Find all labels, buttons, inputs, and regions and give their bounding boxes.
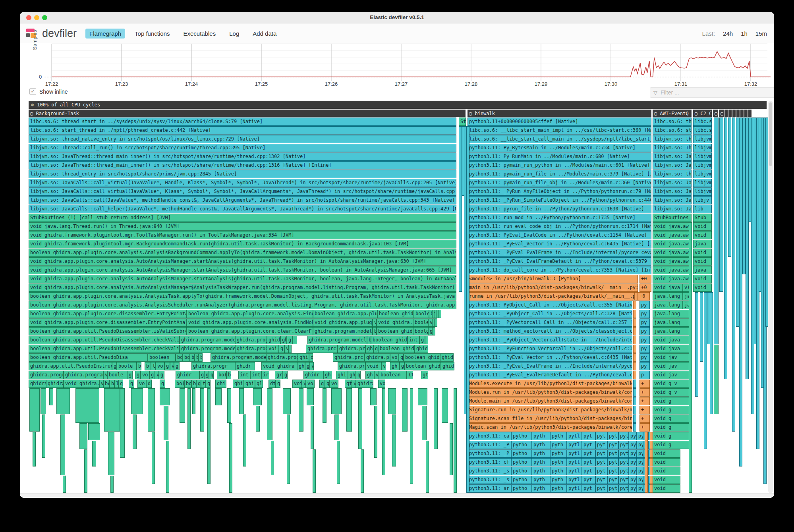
flame-frame[interactable]: ghidra.program.mode [180,336,235,344]
flame-group-header[interactable]: ▢ [719,110,724,117]
flame-frame[interactable]: Modules.execute in /usr/lib/python3/dist… [468,380,632,388]
flame-frame[interactable]: ghid [441,362,454,370]
flame-frame[interactable]: gf [287,336,292,344]
flame-frame[interactable]: v [99,380,103,388]
flame-frame[interactable]: python3.11: _PyFunction_Vectorcall in ..… [468,345,632,353]
flame-frame[interactable]: pytho [511,449,532,458]
flame-frame[interactable]: void java [653,336,692,344]
flame-frame[interactable] [239,388,244,414]
flame-frame[interactable] [418,388,427,405]
flame-frame[interactable]: d [309,353,313,362]
flame-frame[interactable]: ghidra. [46,380,64,388]
flame-frame[interactable] [450,423,453,475]
flame-frame[interactable]: v [374,371,379,379]
flame-frame[interactable]: pyth [532,449,550,458]
flame-frame[interactable]: v [352,380,356,388]
flame-frame[interactable]: ghidra.prog [235,345,267,353]
flame-group-header[interactable]: [ [740,110,744,117]
flame-frame[interactable]: dt [269,380,276,388]
flame-frame[interactable]: java [693,266,712,274]
flame-frame[interactable]: python3.11: _PyRun_AnyFileObject in ../P… [468,187,651,196]
flame-frame[interactable]: ir [261,371,269,379]
flame-frame[interactable]: pyt [582,476,595,484]
flame-frame[interactable]: void java.awt [653,266,692,274]
flame-frame[interactable]: gh [280,336,287,344]
flame-frame[interactable]: vo [306,380,315,388]
flame-frame[interactable] [633,414,636,423]
flame-frame[interactable]: gh [297,362,305,370]
flame-frame[interactable] [742,118,746,274]
flame-frame[interactable]: StubRoutines [653,214,692,222]
scrollbar-thumb[interactable] [769,102,772,166]
flame-frame[interactable]: int [408,336,419,344]
flame-frame[interactable] [110,476,114,493]
flame-frame[interactable]: boolean ghidr [404,362,441,370]
flame-frame[interactable]: python3.11: _P [468,449,511,458]
flame-frame[interactable] [633,397,636,405]
flame-frame[interactable]: python3.11: _s [468,476,511,484]
flame-frame[interactable] [307,388,314,405]
flame-frame[interactable] [346,388,352,432]
flame-frame[interactable]: py [639,336,650,344]
flame-frame[interactable] [63,476,66,493]
flame-frame[interactable] [215,388,222,405]
flame-frame[interactable] [79,423,87,449]
flame-frame[interactable]: python3.11: pymain_run_file in ../Module… [468,170,651,178]
flame-group-header[interactable]: ▢ C2 C [693,110,712,117]
flame-frame[interactable] [633,380,636,388]
flame-frame[interactable]: pyth [550,449,567,458]
flame-frame[interactable]: py [639,310,650,318]
flame-frame[interactable]: b [367,336,371,344]
flame-frame[interactable]: vo [330,380,338,388]
flame-frame[interactable] [323,388,326,423]
flame-frame[interactable]: python3.11: _PyEval_EvalFrameDefault in … [468,371,632,379]
flame-frame[interactable]: libjvm.so: Th [653,144,692,152]
flame-frame[interactable]: boole [107,371,127,379]
flame-frame[interactable]: voi [267,345,279,353]
flame-frame[interactable]: void g [653,432,692,440]
flame-frame[interactable]: void [653,476,680,484]
flame-frame[interactable] [714,345,719,414]
flame-frame[interactable]: ghi [233,380,244,388]
flame-frame[interactable] [438,310,441,318]
flame-frame[interactable]: libjvm.so: Ja [653,196,692,204]
flame-frame[interactable] [152,432,155,484]
flame-frame[interactable]: python3.11: method_vectorcall in ../Obje… [468,327,632,335]
flame-frame[interactable]: python3.11: pyrun_file in ../Python/pyth… [468,205,651,213]
flame-frame[interactable] [736,118,739,327]
flame-frame[interactable]: py [629,441,637,449]
flame-frame[interactable]: q [206,380,211,388]
flame-frame[interactable]: pyt [607,467,618,475]
flame-frame[interactable]: ghidra.pr [338,345,365,353]
flame-frame[interactable]: py [639,327,650,335]
flame-frame[interactable]: void [693,283,712,292]
flame-frame[interactable]: python3.11: do_call_core in ../Python/ce… [468,266,651,274]
flame-frame[interactable] [633,406,636,414]
flame-frame[interactable]: libjvm.so: JavaCalls::call_virtual(JavaV… [29,179,456,187]
flame-frame[interactable]: v [428,318,432,327]
flame-frame[interactable]: libc.so.6: th [653,118,692,126]
flame-frame[interactable]: pyt [607,484,618,493]
flame-frame[interactable]: bc [103,380,110,388]
flame-frame[interactable]: runme in /usr/lib/python3/dist-packages/… [468,292,635,301]
flame-frame[interactable]: b [199,353,203,362]
flame-frame[interactable]: pyth [532,441,550,449]
flame-frame[interactable]: python3.11: _s [468,467,511,475]
flame-frame[interactable]: boolean ghidr [378,345,415,353]
flame-frame[interactable]: Stub [693,214,712,222]
flame-frame[interactable]: void java.awt [653,231,692,239]
flame-frame[interactable]: py [639,362,650,370]
flame-frame[interactable]: pyth [532,484,550,493]
flame-frame[interactable]: Signature.run in /usr/lib/python3/dist-p… [468,406,632,414]
flame-frame[interactable]: pyth [550,441,567,449]
flame-frame[interactable] [337,441,340,484]
flame-frame[interactable]: boolean ghidr [371,336,408,344]
flame-frame[interactable]: pytl [567,484,582,493]
horizontal-scroll-area[interactable] [20,493,774,498]
flame-frame[interactable]: void java.awt [653,222,692,231]
flame-frame[interactable] [402,388,408,432]
flame-frame[interactable]: void java.awt [653,257,692,266]
flame-frame[interactable]: pyt [618,441,629,449]
flame-frame[interactable] [645,432,648,493]
flame-frame[interactable]: libjvm. [693,187,712,196]
